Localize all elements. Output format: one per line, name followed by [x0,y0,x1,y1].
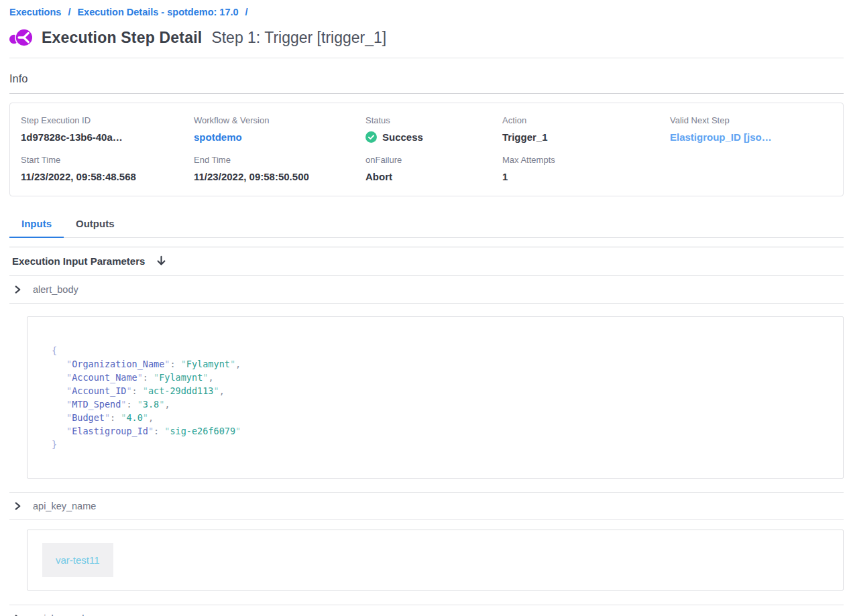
tabs: InputsOutputs [9,213,844,238]
execution-step-detail-page: Executions / Execution Details - spotdem… [0,0,853,616]
arrow-down-icon[interactable] [156,255,167,267]
field-value[interactable]: spotdemo [194,131,365,143]
divider [9,58,844,58]
field-value: 1 [502,171,670,182]
field-label: Start Time [21,155,194,165]
breadcrumb-separator: / [68,7,70,17]
breadcrumb: Executions / Execution Details - spotdem… [9,0,844,17]
api-key-name-chip: var-test11 [42,543,113,577]
breadcrumb-link-executions[interactable]: Executions [9,7,61,17]
info-field-action: ActionTrigger_1 [502,115,670,143]
field-value[interactable]: Elastigroup_ID [jso… [670,131,832,143]
field-value: 11/23/2022, 09:58:50.500 [194,171,365,182]
info-field-step-execution-id: Step Execution ID1d97828c-13b6-40a… [21,115,194,143]
field-label: Action [502,115,670,125]
breadcrumb-separator: / [245,7,248,17]
info-field-onfailure: onFailureAbort [365,155,502,182]
divider [9,93,844,94]
api-key-name-value-box: var-test11 [27,530,844,591]
field-label: Workflow & Version [194,115,365,125]
field-value: Abort [365,171,502,182]
status-text: Success [382,131,423,143]
field-label: Status [365,115,502,125]
params-header-label: Execution Input Parameters [12,255,145,267]
field-label: End Time [194,155,365,165]
field-label: onFailure [365,155,502,165]
page-header: Execution Step Detail Step 1: Trigger [t… [9,27,844,48]
field-label: Valid Next Step [670,115,832,125]
breadcrumb-link-execution-details[interactable]: Execution Details - spotdemo: 17.0 [77,7,238,17]
fylamynt-logo-icon [9,27,34,48]
info-field-end-time: End Time11/23/2022, 09:58:50.500 [194,155,365,182]
field-value: 1d97828c-13b6-40a… [21,131,194,143]
page-subtitle: Step 1: Trigger [trigger_1] [211,29,386,47]
alert-body-json-viewer: {"Organization_Name": "Fylamynt","Accoun… [27,316,844,479]
section-name: api_key_name [33,501,96,511]
chevron-right-icon [13,285,22,294]
page-title: Execution Step Detail [42,29,202,47]
info-field-valid-next-step: Valid Next StepElastigroup_ID [jso… [670,115,832,143]
info-field-max-attempts: Max Attempts1 [502,155,670,182]
info-heading: Info [9,72,844,85]
field-label: Step Execution ID [21,115,194,125]
info-field-status: StatusSuccess [365,115,502,143]
info-field-workflow-version: Workflow & Versionspotdemo [194,115,365,143]
chevron-right-icon [13,501,22,511]
info-field-start-time: Start Time11/23/2022, 09:58:48.568 [21,155,194,182]
section-name: alert_body [33,284,78,295]
field-value: 11/23/2022, 09:58:48.568 [21,171,194,182]
field-value: Success [365,131,502,143]
section-name: api_key_value [33,613,95,616]
field-value: Trigger_1 [502,131,670,143]
tab-inputs[interactable]: Inputs [9,213,64,238]
check-circle-icon [365,131,377,143]
execution-input-parameters-header: Execution Input Parameters [9,247,844,276]
tab-outputs[interactable]: Outputs [64,213,127,237]
field-label: Max Attempts [502,155,670,165]
section-row-api-key-value[interactable]: api_key_value [9,605,844,616]
section-row-api-key-name[interactable]: api_key_name [9,493,844,520]
section-row-alert-body[interactable]: alert_body [9,276,844,304]
info-card: Step Execution ID1d97828c-13b6-40a…Workf… [9,103,844,196]
